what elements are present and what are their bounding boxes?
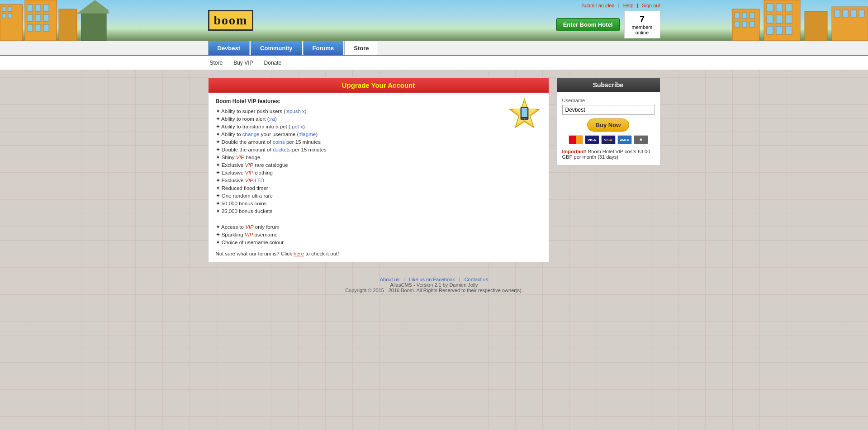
svg-rect-28 [786,4,792,12]
top-right-area: Submit an idea | Help | Sign out Enter B… [556,3,660,38]
svg-rect-6 [27,5,33,11]
svg-rect-24 [750,21,754,27]
svg-rect-10 [35,14,41,21]
feature-item: Ability to change your username (:flagme… [216,131,541,137]
feature-list: Ability to super push users (:spush x) A… [216,108,541,214]
feature-list-2: Access to VIP only forum Sparkling VIP u… [216,224,541,246]
feature-item: Shiny VIP badge [216,154,541,161]
sub-nav-buy-vip[interactable]: Buy VIP [232,59,255,67]
feature-item: Sparkling VIP username [216,232,541,238]
contact-us-link[interactable]: Contact us [465,277,489,282]
right-panel: Subscribe Username Buy Now VISA VISA AME… [556,77,660,165]
nav-tab-community[interactable]: Community [251,41,302,55]
svg-rect-26 [767,4,773,12]
buy-now-button[interactable]: Buy Now [587,118,630,132]
svg-rect-1 [2,7,6,11]
top-bar: boom Submit an idea | Help | Sign out En… [0,0,868,41]
svg-rect-20 [742,13,747,19]
sign-out-link[interactable]: Sign out [642,3,660,8]
nav-inner: Devbest Community Forums Store [208,41,660,55]
like-us-link[interactable]: Like us on Facebook [409,277,455,282]
not-sure-text: Not sure what our forum is? Click here t… [216,251,541,256]
main-content: Upgrade Your Account Boom Hotel VIP feat [208,77,660,262]
svg-rect-14 [43,24,49,31]
svg-rect-3 [2,14,6,18]
feature-item: Choice of username colour [216,239,541,246]
svg-rect-16 [81,14,106,41]
svg-rect-7 [35,5,41,11]
svg-marker-17 [77,0,109,14]
copyright-text: Copyright © 2015 - 2016 Boom. All Rights… [0,288,868,293]
svg-point-46 [524,119,525,120]
site-logo: boom [208,10,254,31]
svg-rect-15 [59,9,77,41]
here-link[interactable]: here [294,251,304,256]
footer-sep1: | [403,277,405,282]
svg-rect-23 [742,21,747,27]
members-count: 7 [630,14,655,24]
feature-item: Ability to super push users (:spush x) [216,108,541,114]
svg-rect-38 [843,10,848,17]
other-payment-icon: ⊕ [634,135,648,144]
top-links: Submit an idea | Help | Sign out [581,3,660,8]
right-panel-header: Subscribe [557,78,660,92]
right-buildings [732,0,868,41]
feature-item: One random ultra rare [216,193,541,199]
nav-tab-store[interactable]: Store [344,41,378,55]
sub-nav: Store Buy VIP Donate [0,56,868,70]
svg-rect-44 [522,108,527,117]
left-panel-body: Boom Hotel VIP features: Ability to supe… [209,93,549,262]
username-input[interactable] [562,105,655,115]
enter-hotel-button[interactable]: Enter Boom Hotel [556,18,620,31]
important-text: Important! Boom Hotel VIP costs £3.00 GB… [562,149,655,160]
top-link-separator2: | [637,3,638,8]
sub-nav-donate[interactable]: Donate [262,59,284,67]
vip-title: Boom Hotel VIP features: [216,98,541,104]
visa-icon: VISA [585,135,599,144]
svg-rect-0 [0,5,23,41]
vip-badge-icon [508,98,541,132]
left-buildings [0,0,109,41]
svg-rect-37 [835,10,840,17]
svg-rect-33 [776,26,783,34]
help-link[interactable]: Help [623,3,634,8]
amex-icon: AMEX [617,135,632,144]
members-online-label: online [630,30,655,35]
feature-item: Reduced flood timer [216,185,541,191]
username-label: Username [562,98,655,103]
svg-rect-2 [8,7,12,11]
feature-item: Access to VIP only forum [216,224,541,230]
members-box: 7 members online [624,11,660,38]
important-label: Important! [562,149,587,154]
nav-bar: Devbest Community Forums Store [0,41,868,56]
footer: About us | Like us on Facebook | Contact… [0,269,868,300]
svg-rect-40 [859,10,864,17]
feature-item: Double the amount of coins per 15 minute… [216,139,541,145]
visa-debit-icon: VISA [601,135,616,144]
svg-rect-21 [750,13,754,19]
svg-rect-31 [786,15,792,23]
feature-item: Ability to transform into a pet (:pet x) [216,123,541,130]
submit-idea-link[interactable]: Submit an idea [581,3,614,8]
nav-tab-forums[interactable]: Forums [303,41,344,55]
feature-item: Exclusive VIP rare catalogue [216,162,541,168]
members-label: members [630,24,655,30]
payment-icons: VISA VISA AMEX ⊕ [562,135,655,144]
footer-sep2: | [459,277,460,282]
svg-rect-32 [767,26,773,34]
svg-rect-4 [8,14,12,18]
footer-links: About us | Like us on Facebook | Contact… [0,277,868,282]
feature-item: 50,000 bonus coins [216,200,541,207]
nav-tab-devbest[interactable]: Devbest [208,41,250,55]
svg-rect-39 [851,10,856,17]
svg-rect-25 [764,0,800,41]
svg-rect-22 [735,21,739,27]
right-panel-body: Username Buy Now VISA VISA AMEX ⊕ Import… [557,92,660,165]
left-panel: Upgrade Your Account Boom Hotel VIP feat [208,77,549,262]
top-link-separator1: | [618,3,620,8]
about-us-link[interactable]: About us [380,277,399,282]
svg-rect-13 [35,24,41,31]
mastercard-icon [569,135,583,144]
sub-nav-store[interactable]: Store [208,59,225,67]
svg-rect-34 [786,26,792,34]
